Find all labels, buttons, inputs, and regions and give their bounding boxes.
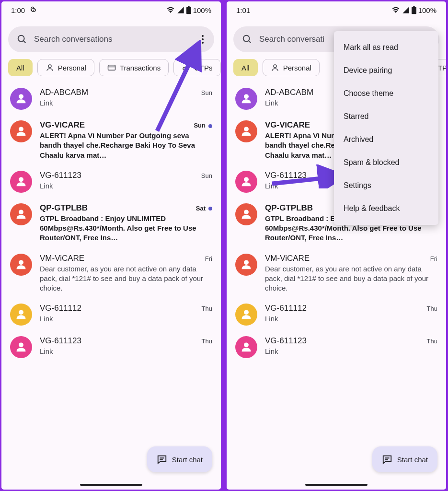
svg-point-23 (274, 65, 276, 68)
chip-transactions[interactable]: Transactions (99, 59, 169, 76)
avatar (235, 203, 257, 225)
conversation-row[interactable]: VG-ViCARESunALERT! Apna Vi Number Par Ou… (1, 114, 221, 164)
conversation-row[interactable]: VM-ViCAREFriDear customer, as you are no… (227, 247, 446, 297)
menu-choose-theme[interactable]: Choose theme (334, 82, 438, 105)
conversation-row[interactable]: VG-611112ThuLink (227, 297, 446, 329)
conversation-body: VM-ViCAREFriDear customer, as you are no… (40, 254, 212, 293)
conversation-row[interactable]: VG-611123ThuLink (1, 329, 221, 362)
svg-point-8 (19, 94, 23, 99)
conversation-date: Sat (196, 205, 212, 212)
svg-point-13 (19, 310, 23, 315)
conversation-row[interactable]: QP-GTPLBBSatGTPL Broadband : Enjoy UNLIM… (1, 197, 221, 247)
chip-personal[interactable]: Personal (263, 59, 320, 76)
avatar (10, 304, 32, 326)
conversation-body: VG-ViCARESunALERT! Apna Vi Number Par Ou… (40, 120, 212, 160)
menu-starred[interactable]: Starred (334, 105, 438, 128)
svg-point-24 (244, 94, 249, 99)
more-menu-button[interactable] (197, 34, 208, 45)
search-bar[interactable]: Search conversations (8, 26, 214, 52)
conversation-date: Thu (427, 305, 437, 312)
svg-point-30 (244, 343, 249, 348)
conversation-row[interactable]: AD-ABCABMSunLink (1, 81, 221, 114)
conversation-preview: Dear customer, as you are not active on … (265, 264, 437, 293)
menu-device-pairing[interactable]: Device pairing (334, 59, 438, 82)
svg-point-12 (19, 260, 23, 265)
menu-mark-all-read[interactable]: Mark all as read (334, 36, 438, 59)
svg-point-11 (19, 210, 23, 214)
avatar (235, 120, 257, 142)
conversation-date: Sun (201, 89, 212, 96)
svg-point-9 (19, 127, 23, 131)
svg-point-14 (19, 343, 23, 348)
conversation-date: Thu (202, 338, 212, 345)
statusbar: 1:01 100% (227, 1, 446, 19)
conversation-title: VM-ViCARE (265, 254, 310, 263)
start-chat-fab[interactable]: Start chat (372, 446, 437, 472)
wifi-icon (391, 6, 400, 14)
chat-icon (157, 454, 167, 465)
chip-otps[interactable]: OTPs (173, 59, 220, 76)
unread-dot-icon (208, 124, 212, 128)
chip-personal[interactable]: Personal (37, 59, 94, 76)
conversation-body: VG-611123ThuLink (265, 336, 437, 358)
battery-icon (412, 6, 416, 14)
overflow-menu: Mark all as read Device pairing Choose t… (334, 31, 438, 225)
filter-chips: All Personal Transactions OTPs (1, 52, 221, 81)
conversation-title: VG-611123 (40, 336, 81, 346)
menu-spam-blocked[interactable]: Spam & blocked (334, 151, 438, 174)
conversation-body: AD-ABCABMSunLink (40, 88, 212, 110)
svg-point-21 (243, 35, 250, 42)
clock: 1:01 (236, 6, 250, 14)
battery-percent: 100% (193, 6, 211, 14)
conversation-title: QP-GTPLBB (40, 203, 88, 213)
svg-point-28 (244, 260, 249, 265)
conversation-title: VM-ViCARE (40, 254, 84, 263)
conversation-title: AD-ABCABM (265, 88, 313, 97)
conversation-row[interactable]: VG-611112ThuLink (1, 297, 221, 329)
signal-icon (177, 6, 184, 14)
pinwheel-icon (29, 6, 36, 14)
conversation-date: Fri (205, 255, 212, 262)
conversation-body: VG-611123ThuLink (40, 336, 212, 358)
menu-help-feedback[interactable]: Help & feedback (334, 197, 438, 220)
battery-percent: 100% (418, 6, 437, 14)
svg-point-27 (244, 210, 249, 214)
menu-settings[interactable]: Settings (334, 174, 438, 197)
svg-rect-19 (412, 7, 416, 14)
search-icon (17, 34, 27, 45)
chat-icon (382, 454, 392, 465)
svg-line-3 (23, 41, 26, 43)
conversation-title: AD-ABCABM (40, 88, 88, 97)
card-icon (107, 63, 116, 72)
conversation-row[interactable]: VG-611123SunLink (1, 164, 221, 197)
start-chat-fab[interactable]: Start chat (147, 446, 212, 472)
avatar (235, 254, 257, 276)
nav-handle[interactable] (305, 484, 368, 486)
conversation-preview: ALERT! Apna Vi Number Par Outgoing seva … (40, 131, 212, 160)
chip-all[interactable]: All (233, 59, 258, 76)
conversation-title: VG-ViCARE (265, 120, 310, 130)
conversation-preview: Link (40, 347, 212, 356)
conversation-title: VG-ViCARE (40, 120, 85, 130)
conversation-list-left[interactable]: AD-ABCABMSunLinkVG-ViCARESunALERT! Apna … (1, 81, 221, 490)
conversation-body: VG-611112ThuLink (265, 304, 437, 326)
conversation-title: VG-611123 (265, 336, 307, 346)
chip-all[interactable]: All (8, 59, 33, 76)
wifi-icon (166, 6, 175, 14)
conversation-row[interactable]: VM-ViCAREFriDear customer, as you are no… (1, 247, 221, 297)
conversation-preview: Dear customer, as you are not active on … (40, 264, 212, 293)
conversation-preview: Link (40, 181, 212, 191)
menu-archived[interactable]: Archived (334, 128, 438, 151)
clock: 1:00 (11, 6, 25, 14)
signal-icon (402, 6, 410, 14)
conversation-body: VG-611112ThuLink (40, 304, 212, 326)
search-placeholder: Search conversations (34, 35, 190, 44)
svg-point-25 (244, 127, 249, 131)
conversation-date: Sun (194, 122, 212, 129)
nav-handle[interactable] (80, 484, 142, 486)
svg-line-22 (249, 41, 251, 43)
avatar (10, 88, 32, 110)
conversation-row[interactable]: VG-611123ThuLink (227, 329, 446, 362)
search-icon (242, 34, 253, 45)
avatar (235, 171, 257, 193)
